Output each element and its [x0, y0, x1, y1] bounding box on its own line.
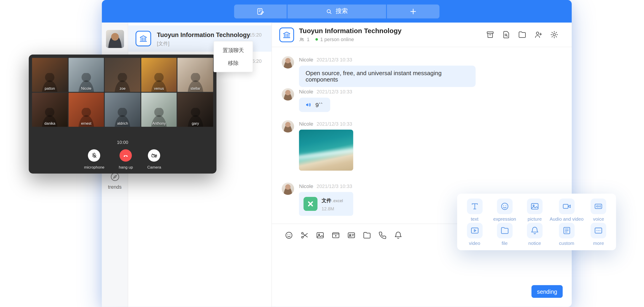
- avatar[interactable]: [282, 120, 294, 132]
- hang-up-button[interactable]: [120, 149, 132, 162]
- send-button[interactable]: sending: [532, 285, 562, 298]
- excel-file-icon: [304, 197, 318, 211]
- screenshot-button[interactable]: [300, 231, 309, 239]
- image-attachment[interactable]: [299, 130, 353, 171]
- new-note-button[interactable]: [234, 4, 287, 18]
- my-avatar[interactable]: [106, 30, 124, 48]
- voice-bubble[interactable]: 9``: [299, 97, 330, 112]
- emoji-button[interactable]: [285, 231, 294, 239]
- chat-history-button[interactable]: [502, 30, 511, 39]
- bell-icon: [394, 231, 402, 239]
- add-member-button[interactable]: [534, 30, 543, 39]
- attachment-option-file[interactable]: file: [490, 222, 520, 246]
- text-bubble: Open source, free, and universal instant…: [299, 65, 476, 87]
- message-time: 2021/12/3 10:33: [316, 121, 352, 127]
- document-search-icon: [502, 30, 511, 39]
- attachment-option-video[interactable]: video: [460, 222, 490, 246]
- participant-name: patton: [32, 87, 68, 91]
- message-text: Nicole 2021/12/3 10:33 Open source, free…: [282, 56, 476, 87]
- voice-bars-icon: [591, 198, 606, 214]
- participant-grid: patton Nicole zoe venus stellar danika e…: [29, 55, 216, 127]
- group-notice-button[interactable]: [486, 30, 495, 39]
- microphone-toggle-button[interactable]: [88, 149, 100, 162]
- participant-tile: gary: [178, 93, 213, 127]
- call-button[interactable]: [378, 231, 387, 239]
- attachment-option-picture[interactable]: picture: [520, 198, 550, 222]
- folder-icon: [497, 223, 512, 238]
- participant-name: zoe: [105, 87, 140, 91]
- participant-name: venus: [141, 87, 177, 91]
- search-label: 搜索: [336, 7, 348, 15]
- id-card-icon: [347, 231, 356, 239]
- attachment-option-custom[interactable]: custom: [550, 222, 584, 246]
- participant-name: ernest: [68, 121, 104, 126]
- message-file: Nicole 2021/12/3 10:33 文件.excel 12.8M: [282, 183, 353, 216]
- scissors-icon: [300, 231, 309, 239]
- file-attachment[interactable]: 文件.excel 12.8M: [299, 192, 353, 216]
- add-button[interactable]: [387, 4, 440, 18]
- search-input[interactable]: 搜索: [288, 4, 386, 18]
- chat-group-avatar: [279, 27, 294, 42]
- participant-name: Nicole: [68, 87, 104, 91]
- emoji-icon: [285, 231, 294, 239]
- participant-tile: Nicole: [68, 58, 104, 92]
- context-menu-pin-chat[interactable]: 置顶聊天: [214, 44, 253, 57]
- file-name: 文件: [322, 198, 332, 204]
- mic-muted-icon: [91, 152, 98, 159]
- file-extension: .excel: [332, 199, 343, 203]
- send-video-button[interactable]: [332, 231, 340, 239]
- context-menu-remove[interactable]: 移除: [214, 57, 253, 69]
- participant-tile: zoe: [105, 58, 140, 92]
- avatar[interactable]: [282, 88, 294, 100]
- attachment-option-more[interactable]: more: [584, 222, 614, 246]
- send-card-button[interactable]: [347, 231, 356, 239]
- video-call-overlay: patton Nicole zoe venus stellar danika e…: [29, 55, 216, 174]
- group-files-button[interactable]: [518, 30, 527, 39]
- camcorder-icon: [559, 198, 574, 214]
- participant-name: gary: [178, 121, 213, 126]
- call-controls: microphone hang up: [84, 149, 161, 170]
- top-bar-controls: 搜索: [234, 4, 440, 18]
- chat-header-actions: [486, 30, 559, 39]
- message-author: Nicole: [299, 89, 313, 95]
- call-timer: 10:00: [117, 140, 128, 145]
- play-video-icon: [467, 223, 482, 238]
- bell-icon: [527, 223, 542, 238]
- attachment-option-text[interactable]: text: [460, 198, 490, 222]
- settings-button[interactable]: [550, 30, 559, 39]
- message-author: Nicole: [299, 183, 313, 189]
- member-count: 1: [307, 36, 310, 42]
- send-image-button[interactable]: [316, 231, 324, 239]
- message-time: 2021/12/3 10:33: [316, 183, 352, 189]
- person-add-icon: [534, 30, 543, 39]
- participant-name: aldrich: [105, 121, 140, 126]
- message-input-area[interactable]: [272, 246, 572, 307]
- send-file-button[interactable]: [363, 231, 372, 239]
- attachment-option-expression[interactable]: expression: [490, 198, 520, 222]
- conversation-title: Tuoyun Information Technology: [157, 31, 250, 38]
- notice-button[interactable]: [394, 231, 402, 239]
- online-status: 1 person online: [320, 36, 354, 42]
- avatar[interactable]: [282, 183, 294, 195]
- camera-off-icon: [151, 152, 157, 159]
- attachment-option-audio-video[interactable]: Audio and video: [550, 198, 584, 222]
- camera-toggle-button[interactable]: [148, 149, 160, 162]
- participant-tile: stellar: [178, 58, 213, 92]
- sidebar-item-trends[interactable]: trends: [102, 172, 128, 190]
- smiley-icon: [497, 198, 512, 214]
- chat-panel: Tuoyun Information Technology 1 1 person…: [272, 23, 572, 307]
- attachment-option-voice[interactable]: voice: [584, 198, 614, 222]
- camera-label: Camera: [147, 165, 161, 170]
- chat-header-main: Tuoyun Information Technology 1 1 person…: [299, 27, 481, 42]
- trends-label: trends: [108, 184, 122, 190]
- participant-tile: ernest: [68, 93, 104, 127]
- note-edit-icon: [256, 7, 264, 15]
- online-dot: [315, 38, 318, 41]
- microphone-label: microphone: [84, 165, 104, 170]
- conversation-time: 15:20: [249, 32, 262, 38]
- avatar[interactable]: [282, 56, 294, 68]
- list-document-icon: [559, 223, 574, 238]
- folder-icon: [518, 30, 527, 39]
- attachment-option-notice[interactable]: notice: [520, 222, 550, 246]
- members-icon: [299, 37, 304, 42]
